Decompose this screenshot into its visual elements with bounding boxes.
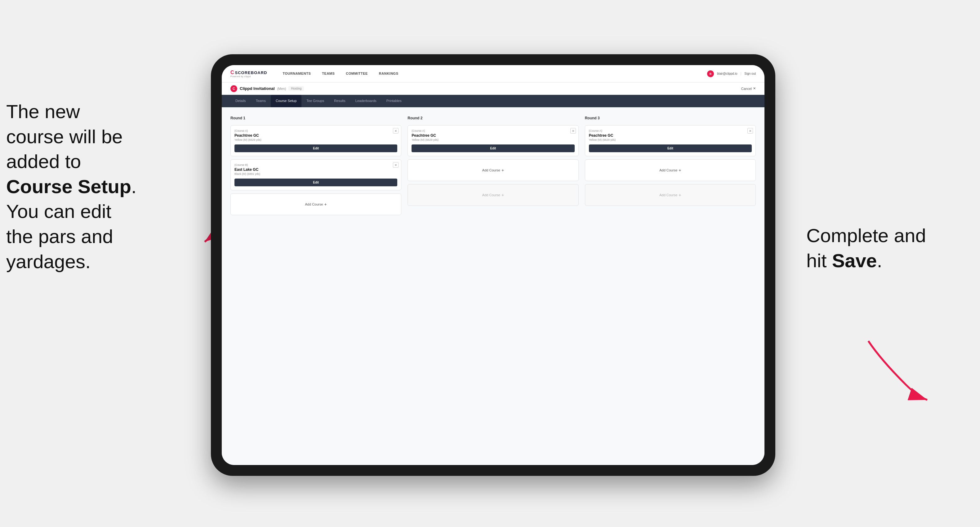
round-1-course-a-edit[interactable]: Edit [234,144,397,152]
round-1-course-b-delete[interactable]: ✕ [393,162,399,168]
logo-tagline: Powered by clippd [231,75,267,78]
user-email: blair@clippd.io [717,72,738,75]
tournament-logo: C [231,85,237,92]
round-2-course-a-delete[interactable]: ✕ [570,128,576,133]
pipe-separator: | [741,72,741,75]
tab-leaderboards[interactable]: Leaderboards [350,95,382,107]
user-avatar: B [707,70,714,77]
round-3-add-course-plus: + [679,168,681,173]
logo-c-letter: C [231,70,234,75]
rounds-grid: Round 1 (Course A) Peachtree GC Yellow (… [231,116,756,215]
logo-scoreboard-text: SCOREBOARD [235,70,267,75]
round-2-course-a-card: (Course A) Peachtree GC Yellow (M) (6629… [407,125,578,156]
round-3-add-course-button[interactable]: Add Course + [585,159,756,181]
nav-teams[interactable]: TEAMS [316,65,340,83]
tournament-status: Hosting [288,86,304,91]
round-2-course-a-label: (Course A) [412,129,574,132]
sign-out-link[interactable]: Sign out [744,72,756,75]
nav-committee[interactable]: COMMITTEE [340,65,373,83]
round-3-course-a-name: Peachtree GC [589,133,752,138]
round-1-course-a-details: Yellow (M) (6629 yds) [234,138,397,141]
round-1-course-a-card: (Course A) Peachtree GC Yellow (M) (6629… [231,125,401,156]
round-1-course-b-edit[interactable]: Edit [234,179,397,186]
round-3-course-a-details: Yellow (M) (6629 yds) [589,138,752,141]
tab-course-setup[interactable]: Course Setup [271,95,301,107]
round-3-course-a-card: (Course A) Peachtree GC Yellow (M) (6629… [585,125,756,156]
nav-rankings[interactable]: RANKINGS [373,65,404,83]
logo-area: C SCOREBOARD Powered by clippd [231,70,267,78]
round-3-course-a-label: (Course A) [589,129,752,132]
round-3-column: Round 3 (Course A) Peachtree GC Yellow (… [585,116,756,215]
nav-right: B blair@clippd.io | Sign out [707,70,756,77]
right-annotation: Complete and hit Save. [806,223,961,273]
arrow-to-save [856,335,943,409]
round-1-course-b-label: (Course B) [234,163,397,167]
nav-links: TOURNAMENTS TEAMS COMMITTEE RANKINGS [277,65,707,83]
tournament-gender: (Men) [277,87,286,90]
round-2-add-course-plus: + [501,168,504,173]
tournament-info: C Clippd Invitational (Men) Hosting [231,85,304,92]
tab-printables[interactable]: Printables [382,95,407,107]
tablet-screen: C SCOREBOARD Powered by clippd TOURNAMEN… [222,65,764,465]
nav-tournaments[interactable]: TOURNAMENTS [277,65,316,83]
round-2-add-course-button[interactable]: Add Course + [407,159,578,181]
round-1-course-b-name: East Lake GC [234,167,397,172]
round-1-course-a-name: Peachtree GC [234,133,397,138]
left-annotation: The new course will be added to Course S… [6,99,186,274]
round-2-add-course-disabled-plus: + [501,192,504,197]
round-3-course-a-delete[interactable]: ✕ [748,128,753,133]
round-2-title: Round 2 [407,116,578,120]
round-1-course-b-details: Black (M) (6891 yds) [234,172,397,175]
round-2-course-a-edit[interactable]: Edit [412,144,574,152]
tab-results[interactable]: Results [329,95,350,107]
round-2-course-a-name: Peachtree GC [412,133,574,138]
tab-details[interactable]: Details [231,95,251,107]
tab-tee-groups[interactable]: Tee Groups [301,95,329,107]
round-1-course-b-card: (Course B) East Lake GC Black (M) (6891 … [231,159,401,190]
round-2-column: Round 2 (Course A) Peachtree GC Yellow (… [407,116,578,215]
round-2-add-course-disabled-label: Add Course [482,193,500,197]
round-1-course-a-label: (Course A) [234,129,397,132]
top-nav: C SCOREBOARD Powered by clippd TOURNAMEN… [222,65,764,83]
round-3-add-course-disabled-label: Add Course [659,193,677,197]
tablet-frame: C SCOREBOARD Powered by clippd TOURNAMEN… [211,54,775,476]
round-3-add-course-disabled-plus: + [679,192,681,197]
round-3-title: Round 3 [585,116,756,120]
cancel-button[interactable]: Cancel ✕ [741,86,756,90]
round-1-add-course-button[interactable]: Add Course + [231,194,401,215]
round-3-add-course-label: Add Course [659,168,677,172]
sub-nav: Details Teams Course Setup Tee Groups Re… [222,95,764,107]
round-1-add-course-plus: + [325,202,327,207]
round-3-add-course-disabled: Add Course + [585,184,756,206]
round-1-column: Round 1 (Course A) Peachtree GC Yellow (… [231,116,401,215]
round-2-course-a-details: Yellow (M) (6629 yds) [412,138,574,141]
round-2-add-course-disabled: Add Course + [407,184,578,206]
round-2-add-course-label: Add Course [482,168,500,172]
round-3-course-a-edit[interactable]: Edit [589,144,752,152]
tournament-name: Clippd Invitational [240,86,275,91]
round-1-title: Round 1 [231,116,401,120]
round-1-course-a-delete[interactable]: ✕ [393,128,399,133]
round-1-add-course-label: Add Course [305,202,323,206]
tournament-bar: C Clippd Invitational (Men) Hosting Canc… [222,83,764,95]
main-content: Round 1 (Course A) Peachtree GC Yellow (… [222,107,764,465]
tab-teams[interactable]: Teams [251,95,271,107]
